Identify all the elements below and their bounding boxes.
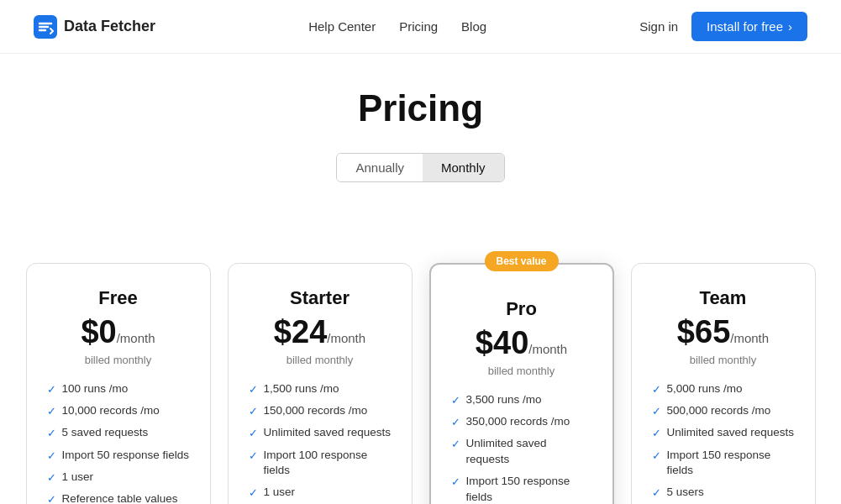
plan-price: $40/month — [451, 325, 592, 361]
feature-item: ✓Unlimited saved requests — [451, 436, 592, 468]
sign-in-link[interactable]: Sign in — [639, 19, 678, 34]
price-period: /month — [528, 342, 567, 356]
navbar: Data Fetcher Help Center Pricing Blog Si… — [0, 0, 841, 54]
check-icon: ✓ — [249, 449, 258, 464]
feature-text: 100 runs /mo — [62, 381, 129, 397]
feature-text: 1 user — [264, 485, 296, 501]
feature-item: ✓1 user — [249, 485, 392, 501]
check-icon: ✓ — [249, 404, 258, 419]
feature-list: ✓5,000 runs /mo✓500,000 records /mo✓Unli… — [652, 381, 795, 504]
billed-info: billed monthly — [249, 354, 392, 366]
check-icon: ✓ — [451, 475, 460, 490]
billing-toggle-group: Annually Monthly — [336, 153, 504, 182]
billed-info: billed monthly — [652, 354, 795, 366]
plan-name: Starter — [249, 287, 392, 309]
plan-card-team: Team $65/month billed monthly✓5,000 runs… — [631, 263, 816, 504]
feature-text: Reference table values — [62, 491, 178, 504]
plan-card-pro: Best valuePro $40/month billed monthly✓3… — [429, 263, 614, 504]
feature-item: ✓5 users — [652, 485, 795, 501]
feature-item: ✓Import 100 response fields — [249, 448, 392, 480]
logo-icon — [34, 15, 57, 39]
arrow-icon: › — [788, 19, 792, 34]
nav-link-help[interactable]: Help Center — [308, 19, 376, 34]
price-period: /month — [327, 331, 365, 345]
check-icon: ✓ — [47, 426, 56, 441]
check-icon: ✓ — [47, 492, 56, 504]
feature-item: ✓5,000 runs /mo — [652, 381, 795, 397]
check-icon: ✓ — [652, 486, 661, 501]
billed-info: billed monthly — [451, 365, 592, 377]
feature-text: 10,000 records /mo — [62, 403, 160, 419]
feature-text: Import 100 response fields — [264, 448, 392, 480]
plan-card-free: Free $0/month billed monthly✓100 runs /m… — [26, 263, 211, 504]
check-icon: ✓ — [451, 393, 460, 408]
nav-link-pricing[interactable]: Pricing — [399, 19, 438, 34]
best-value-badge: Best value — [484, 251, 558, 271]
nav-right: Sign in Install for free › — [639, 12, 807, 41]
check-icon: ✓ — [652, 449, 661, 464]
feature-text: 350,000 records /mo — [466, 414, 570, 430]
check-icon: ✓ — [652, 382, 661, 397]
feature-list: ✓1,500 runs /mo✓150,000 records /mo✓Unli… — [249, 381, 392, 504]
check-icon: ✓ — [47, 382, 56, 397]
feature-item: ✓10,000 records /mo — [47, 403, 190, 419]
billed-info: billed monthly — [47, 354, 190, 366]
check-icon: ✓ — [451, 437, 460, 452]
feature-text: Import 150 response fields — [466, 474, 592, 504]
plan-price: $65/month — [652, 314, 795, 350]
price-period: /month — [730, 331, 769, 345]
feature-text: Unlimited saved requests — [667, 425, 795, 441]
feature-item: ✓Import 150 response fields — [451, 474, 592, 504]
feature-list: ✓100 runs /mo✓10,000 records /mo✓5 saved… — [47, 381, 190, 504]
feature-item: ✓1 user — [47, 470, 190, 486]
feature-item: ✓150,000 records /mo — [249, 403, 392, 419]
feature-item: ✓1,500 runs /mo — [249, 381, 392, 397]
feature-item: ✓Unlimited saved requests — [249, 425, 392, 441]
check-icon: ✓ — [652, 404, 661, 419]
feature-text: 3,500 runs /mo — [466, 392, 542, 408]
billing-toggle-wrap: Annually Monthly — [17, 153, 824, 182]
check-icon: ✓ — [451, 415, 460, 430]
pricing-cards: Free $0/month billed monthly✓100 runs /m… — [0, 246, 841, 504]
plan-card-starter: Starter $24/month billed monthly✓1,500 r… — [228, 263, 413, 504]
feature-text: 1,500 runs /mo — [264, 381, 339, 397]
feature-text: Unlimited saved requests — [264, 425, 392, 441]
plan-name: Pro — [451, 298, 592, 320]
feature-text: 5,000 runs /mo — [667, 381, 743, 397]
plan-price: $0/month — [47, 314, 190, 350]
logo[interactable]: Data Fetcher — [34, 15, 155, 39]
price-amount: $0 — [81, 314, 116, 349]
check-icon: ✓ — [249, 426, 258, 441]
feature-item: ✓100 runs /mo — [47, 381, 190, 397]
feature-item: ✓Import 50 response fields — [47, 448, 190, 464]
feature-text: 150,000 records /mo — [264, 403, 368, 419]
feature-item: ✓Unlimited saved requests — [652, 425, 795, 441]
check-icon: ✓ — [249, 382, 258, 397]
nav-links: Help Center Pricing Blog — [308, 19, 486, 34]
price-amount: $40 — [476, 325, 528, 360]
feature-item: ✓350,000 records /mo — [451, 414, 592, 430]
feature-text: Import 150 response fields — [667, 448, 795, 480]
toggle-monthly[interactable]: Monthly — [423, 154, 504, 181]
feature-text: 1 user — [62, 470, 94, 486]
nav-link-blog[interactable]: Blog — [461, 19, 486, 34]
feature-text: 5 saved requests — [62, 425, 149, 441]
feature-item: ✓Import 150 response fields — [652, 448, 795, 480]
plan-name: Free — [47, 287, 190, 309]
check-icon: ✓ — [47, 449, 56, 464]
check-icon: ✓ — [47, 470, 56, 486]
feature-item: ✓3,500 runs /mo — [451, 392, 592, 408]
check-icon: ✓ — [249, 486, 258, 501]
check-icon: ✓ — [652, 426, 661, 441]
logo-text: Data Fetcher — [64, 18, 155, 35]
price-amount: $65 — [677, 314, 730, 349]
feature-text: Unlimited saved requests — [466, 436, 592, 468]
install-button[interactable]: Install for free › — [691, 12, 807, 41]
feature-item: ✓Reference table values — [47, 491, 190, 504]
plan-name: Team — [652, 287, 795, 309]
toggle-annually[interactable]: Annually — [337, 154, 423, 181]
feature-text: 5 users — [667, 485, 704, 501]
page-title: Pricing — [17, 87, 824, 129]
pricing-page: Pricing Annually Monthly — [0, 54, 841, 246]
feature-text: Import 50 response fields — [62, 448, 190, 464]
